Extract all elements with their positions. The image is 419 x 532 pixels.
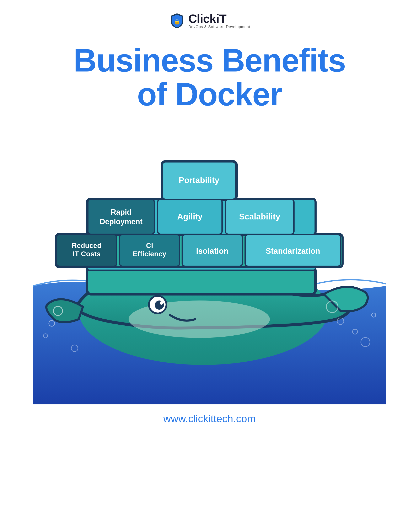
svg-text:Deployment: Deployment bbox=[100, 217, 142, 226]
svg-text:Standarization: Standarization bbox=[266, 247, 320, 255]
header: 🔒 ClickiT DevOps & Software Development bbox=[169, 13, 250, 29]
footer: www.clickittech.com bbox=[0, 404, 419, 439]
heading-line2: of Docker bbox=[74, 78, 346, 111]
logo-container: 🔒 ClickiT DevOps & Software Development bbox=[169, 13, 250, 29]
logo-subtitle: DevOps & Software Development bbox=[188, 25, 250, 29]
svg-text:Portability: Portability bbox=[179, 176, 219, 185]
svg-text:Scalability: Scalability bbox=[239, 212, 280, 221]
svg-text:Reduced: Reduced bbox=[72, 241, 102, 249]
svg-text:Agility: Agility bbox=[177, 212, 203, 221]
svg-rect-13 bbox=[88, 199, 154, 234]
docker-svg-container: Portability Rapid Deployment Agility Sca… bbox=[33, 124, 386, 404]
svg-rect-6 bbox=[87, 267, 315, 294]
logo-text-block: ClickiT DevOps & Software Development bbox=[188, 13, 250, 29]
svg-text:🔒: 🔒 bbox=[174, 18, 181, 25]
svg-text:Rapid: Rapid bbox=[110, 208, 131, 216]
svg-point-5 bbox=[160, 301, 163, 305]
svg-text:CI: CI bbox=[146, 241, 153, 249]
clickit-logo-icon: 🔒 bbox=[169, 13, 185, 29]
logo-title: ClickiT bbox=[188, 13, 250, 25]
docker-illustration: Portability Rapid Deployment Agility Sca… bbox=[33, 124, 386, 404]
svg-text:Isolation: Isolation bbox=[196, 247, 228, 255]
svg-text:IT Costs: IT Costs bbox=[73, 250, 100, 258]
docker-scene: Portability Rapid Deployment Agility Sca… bbox=[0, 124, 419, 404]
svg-text:Efficiency: Efficiency bbox=[133, 250, 166, 258]
footer-url: www.clickittech.com bbox=[163, 413, 256, 425]
heading-line1: Business Benefits bbox=[74, 44, 346, 78]
main-title: Business Benefits of Docker bbox=[57, 44, 362, 111]
